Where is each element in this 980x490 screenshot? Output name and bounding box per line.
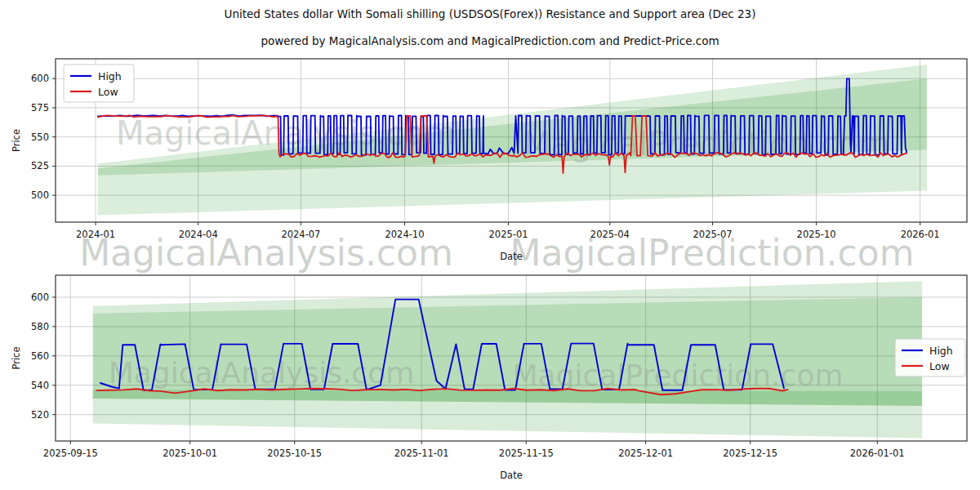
x-tick-label: 2025-10-15 <box>267 448 322 459</box>
legend-label-low: Low <box>98 86 118 98</box>
watermark-text: MagicalAnalysis.com <box>109 356 414 390</box>
figure: United States dollar With Somali shillin… <box>0 0 980 490</box>
y-tick-label: 600 <box>31 292 49 303</box>
legend: HighLow <box>64 65 134 102</box>
x-tick-label: 2024-10 <box>385 229 424 240</box>
x-tick-label: 2025-07 <box>693 229 733 240</box>
x-tick-label: 2025-10 <box>797 229 836 240</box>
y-tick-label: 600 <box>31 73 49 84</box>
chart-recent: MagicalAnalysis.comMagicalPrediction.com… <box>11 275 967 481</box>
x-tick-label: 2026-01 <box>901 229 940 240</box>
x-tick-label: 2025-01 <box>489 229 528 240</box>
x-tick-label: 2026-01-01 <box>850 448 905 459</box>
y-tick-label: 540 <box>31 380 49 391</box>
x-tick-label: 2025-10-01 <box>163 448 217 459</box>
x-tick-label: 2025-04 <box>590 229 630 240</box>
y-tick-label: 575 <box>31 102 49 114</box>
x-tick-label: 2025-11-01 <box>394 448 449 459</box>
y-tick-label: 520 <box>31 409 49 421</box>
x-tick-label: 2025-12-01 <box>618 448 673 459</box>
x-tick-label: 2025-12-15 <box>723 448 777 459</box>
legend-label-high: High <box>98 70 122 82</box>
y-tick-label: 525 <box>31 160 49 172</box>
charts-canvas: MagicalAnalysis.comMagicalPrediction.com… <box>0 0 980 490</box>
x-tick-label: 2024-07 <box>281 229 320 240</box>
x-axis-label: Date <box>500 470 523 481</box>
legend-label-high: High <box>929 345 953 357</box>
x-tick-label: 2024-01 <box>76 229 115 240</box>
x-axis-label: Date <box>500 251 523 262</box>
y-axis-label: Price <box>11 346 22 369</box>
watermark-text: MagicalPrediction.com <box>513 359 844 392</box>
x-tick-label: 2025-09-15 <box>43 448 98 459</box>
x-tick-label: 2025-11-15 <box>499 448 554 459</box>
y-tick-label: 580 <box>31 321 49 332</box>
y-tick-label: 560 <box>31 350 49 362</box>
legend-label-low: Low <box>929 360 950 372</box>
legend: HighLow <box>895 339 965 376</box>
y-axis-label: Price <box>11 129 22 152</box>
x-tick-label: 2024-04 <box>179 229 218 240</box>
y-tick-label: 500 <box>31 189 49 201</box>
y-tick-label: 550 <box>31 131 49 143</box>
